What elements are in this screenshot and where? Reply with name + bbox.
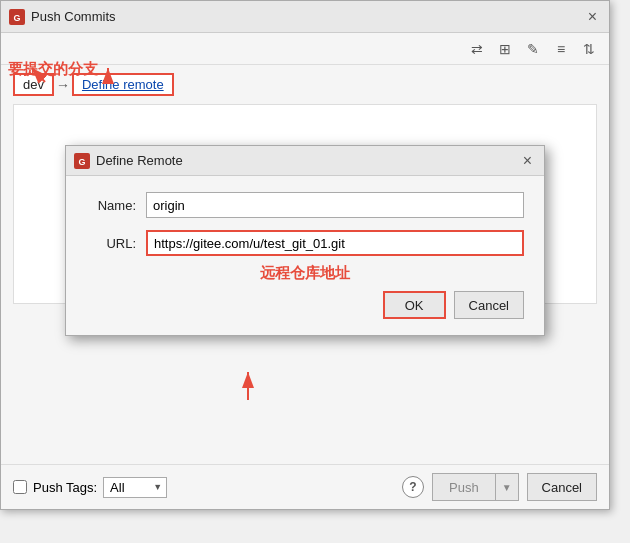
push-tags-label: Push Tags: <box>33 480 97 495</box>
app-icon: G <box>9 9 25 25</box>
url-annotation-text: 远程仓库地址 <box>86 264 524 283</box>
toolbar-list-icon[interactable]: ≡ <box>549 37 573 61</box>
bottom-bar: Push Tags: All None ? Push ▼ Cancel <box>1 464 609 509</box>
dialog-app-icon: G <box>74 153 90 169</box>
titlebar-left: G Push Commits <box>9 9 116 25</box>
window-title: Push Commits <box>31 9 116 24</box>
push-button[interactable]: Push <box>432 473 495 501</box>
push-tags-group: Push Tags: All None <box>13 477 167 498</box>
name-input[interactable] <box>146 192 524 218</box>
tags-dropdown[interactable]: All None <box>103 477 167 498</box>
toolbar-sort-icon[interactable]: ⇅ <box>577 37 601 61</box>
main-close-button[interactable]: × <box>584 9 601 25</box>
dialog-cancel-button[interactable]: Cancel <box>454 291 524 319</box>
toolbar-edit-icon[interactable]: ✎ <box>521 37 545 61</box>
url-input-wrapper <box>146 230 524 256</box>
define-remote-dialog: G Define Remote × Name: URL: 远程仓库地址 OK C… <box>65 145 545 336</box>
svg-text:G: G <box>13 13 20 23</box>
push-tags-checkbox[interactable] <box>13 480 27 494</box>
toolbar-sync-icon[interactable]: ⇄ <box>465 37 489 61</box>
help-button[interactable]: ? <box>402 476 424 498</box>
push-button-group: Push ▼ <box>432 473 519 501</box>
name-label: Name: <box>86 198 136 213</box>
name-row: Name: <box>86 192 524 218</box>
dialog-title-text: Define Remote <box>96 153 183 168</box>
toolbar-grid-icon[interactable]: ⊞ <box>493 37 517 61</box>
url-input[interactable] <box>146 230 524 256</box>
push-dropdown-arrow[interactable]: ▼ <box>495 473 519 501</box>
dialog-body: Name: URL: 远程仓库地址 OK Cancel <box>66 176 544 335</box>
dialog-buttons: OK Cancel <box>86 291 524 319</box>
dialog-title-left: G Define Remote <box>74 153 183 169</box>
cancel-button[interactable]: Cancel <box>527 473 597 501</box>
url-label: URL: <box>86 236 136 251</box>
url-row: URL: <box>86 230 524 256</box>
svg-text:G: G <box>78 157 85 167</box>
dialog-close-button[interactable]: × <box>519 153 536 169</box>
branch-annotation-text: 要提交的分支 <box>8 60 98 79</box>
main-titlebar: G Push Commits × <box>1 1 609 33</box>
ok-button[interactable]: OK <box>383 291 446 319</box>
dialog-titlebar: G Define Remote × <box>66 146 544 176</box>
tags-dropdown-wrapper: All None <box>103 477 167 498</box>
